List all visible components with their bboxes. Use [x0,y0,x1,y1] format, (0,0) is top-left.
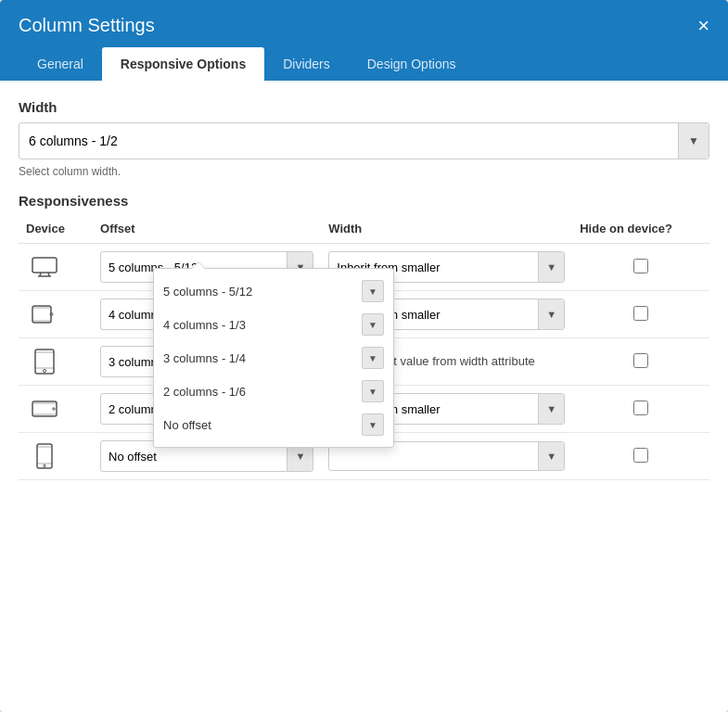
tab-design-options[interactable]: Design Options [349,47,475,81]
hide-checkbox-row2[interactable] [633,306,648,321]
width-section-label: Width [19,99,709,115]
offset-dropdown-overlay: 5 columns - 5/12 ▼ 4 columns - 1/3 ▼ 3 c… [153,268,394,448]
svg-point-13 [53,408,55,410]
table-row: 5 columns - 5/12 ▼ 5 columns - 5/12 ▼ [19,244,709,291]
tabs-container: General Responsive Options Dividers Desi… [19,47,709,81]
dropdown-item-5[interactable]: No offset ▼ [154,408,393,441]
width-hint: Select column width. [19,165,709,178]
svg-point-9 [44,370,46,373]
svg-rect-8 [35,350,54,374]
device-icon-desktop [26,257,63,277]
width-arrow-row4[interactable]: ▼ [538,394,564,424]
device-icon-tablet-landscape [26,304,63,324]
tab-dividers[interactable]: Dividers [264,47,349,81]
col-header-width: Width [321,216,572,244]
width-arrow-row1[interactable]: ▼ [538,252,564,282]
dropdown-item-label-2: 4 columns - 1/3 [163,318,362,332]
dropdown-item-4[interactable]: 2 columns - 1/6 ▼ [154,375,393,408]
dropdown-item-arrow-4: ▼ [362,380,384,402]
dropdown-item-1[interactable]: 5 columns - 5/12 ▼ [154,274,393,308]
close-button[interactable]: × [697,16,709,36]
dropdown-item-arrow-5: ▼ [362,413,384,436]
device-icon-phone-landscape [26,400,63,417]
dropdown-item-2[interactable]: 4 columns - 1/3 ▼ [154,308,393,341]
dropdown-item-arrow-3: ▼ [362,347,384,369]
chevron-down-icon: ▼ [688,134,699,147]
responsiveness-label: Responsiveness [19,193,709,209]
modal-body: Width 6 columns - 1/2 ▼ Select column wi… [0,81,728,712]
hide-checkbox-row4[interactable] [633,400,648,415]
responsiveness-section: Responsiveness Device Offset Width Hide … [19,193,709,480]
modal-window: Column Settings × General Responsive Opt… [0,0,728,712]
modal-header: Column Settings × General Responsive Opt… [0,0,728,81]
modal-title: Column Settings [19,15,155,36]
col-header-device: Device [19,216,93,244]
col-header-hide: Hide on device? [572,216,709,244]
dropdown-item-label-4: 2 columns - 1/6 [163,385,362,399]
dropdown-item-label-1: 5 columns - 5/12 [163,285,362,299]
tab-responsive-options[interactable]: Responsive Options [102,47,264,81]
hide-checkbox-row3[interactable] [633,353,648,368]
width-arrow-row2[interactable]: ▼ [538,299,564,329]
width-arrow-row5[interactable]: ▼ [538,441,564,471]
tab-general[interactable]: General [19,47,102,81]
width-select-row: 6 columns - 1/2 ▼ [19,122,709,159]
width-select-arrow[interactable]: ▼ [678,123,709,159]
device-icon-phone-portrait [26,443,63,469]
svg-rect-0 [32,258,57,273]
device-icon-tablet-portrait [26,349,63,375]
hide-checkbox-row1[interactable] [633,259,648,273]
svg-point-17 [44,464,45,466]
dropdown-item-label-5: No offset [163,418,362,432]
svg-rect-4 [32,306,51,323]
hide-checkbox-row5[interactable] [633,448,648,463]
dropdown-item-label-3: 3 columns - 1/4 [163,351,362,365]
dropdown-item-arrow-1: ▼ [362,280,384,302]
dropdown-item-arrow-2: ▼ [362,313,384,336]
responsiveness-table: Device Offset Width Hide on device? [19,216,709,480]
width-select[interactable]: 6 columns - 1/2 [19,126,678,156]
dropdown-item-3[interactable]: 3 columns - 1/4 ▼ [154,341,393,375]
col-header-offset: Offset [93,216,321,244]
